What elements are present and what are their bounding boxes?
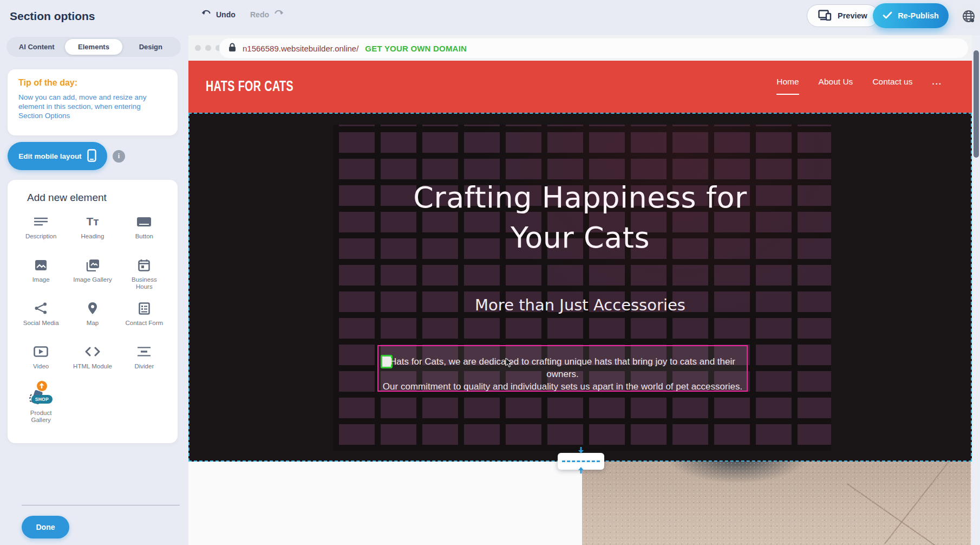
hero-paragraph: Hats for Cats, we are dedicated to craft…	[378, 355, 747, 393]
panel-divider	[22, 505, 180, 505]
element-divider[interactable]: Divider	[119, 338, 170, 381]
tip-body: Now you can add, move and resize any ele…	[18, 93, 167, 120]
description-icon	[34, 214, 48, 229]
redo-label: Redo	[250, 10, 269, 19]
element-description[interactable]: Description	[15, 208, 67, 251]
edit-mobile-label: Edit mobile layout	[18, 152, 81, 160]
element-product-gallery[interactable]: SHOP Product Gallery	[15, 381, 67, 425]
language-globe-button[interactable]	[956, 4, 980, 29]
tile-grout-line	[884, 462, 971, 544]
info-icon[interactable]: i	[113, 150, 125, 163]
scrollbar-thumb[interactable]	[974, 50, 979, 158]
next-section-blank	[188, 462, 582, 545]
smartphone-icon	[87, 149, 96, 164]
get-domain-link[interactable]: GET YOUR OWN DOMAIN	[365, 44, 467, 53]
hero-subheading[interactable]: More than Just Accessories	[190, 296, 971, 314]
redo-button[interactable]: Redo	[250, 9, 284, 20]
element-html-module[interactable]: HTML Module	[67, 338, 118, 381]
video-icon	[34, 344, 48, 359]
site-url: n1566589.websitebuilder.online/	[243, 44, 358, 53]
browser-chrome: n1566589.websitebuilder.online/ GET YOUR…	[188, 35, 972, 61]
arrow-down-icon	[577, 446, 585, 457]
republish-button[interactable]: Re-Publish	[873, 3, 949, 28]
element-contact-form[interactable]: Contact Form	[119, 295, 170, 338]
globe-icon	[962, 9, 976, 23]
upgrade-arrow-icon	[37, 381, 47, 391]
next-section-image	[582, 462, 971, 545]
divider-icon	[137, 344, 151, 359]
tip-of-the-day-card: Tip of the day: Now you can add, move an…	[8, 69, 178, 135]
image-icon	[35, 257, 47, 272]
paragraph-line2: Our commitment to quality and individual…	[378, 380, 747, 393]
site-nav: Home About Us Contact us ...	[776, 77, 942, 95]
undo-button[interactable]: Undo	[201, 9, 236, 20]
republish-label: Re-Publish	[898, 11, 939, 20]
edit-mobile-layout-button[interactable]: Edit mobile layout	[8, 142, 107, 170]
brick-pattern-background	[333, 125, 831, 451]
site-logo[interactable]: HATS FOR CATS	[206, 77, 293, 95]
paragraph-line1: Hats for Cats, we are dedicated to craft…	[378, 355, 747, 380]
business-hours-icon	[138, 257, 150, 272]
hero-section-selected[interactable]: Crafting Happiness for Your Cats More th…	[188, 113, 972, 462]
nav-item-home[interactable]: Home	[776, 77, 799, 95]
panel-tabs: AI Content Elements Design	[6, 37, 181, 57]
scrollbar-track[interactable]	[972, 35, 980, 545]
add-new-element-title: Add new element	[27, 192, 107, 204]
window-dots	[195, 45, 221, 51]
preview-label: Preview	[838, 11, 867, 20]
hero-heading[interactable]: Crafting Happiness for Your Cats	[190, 178, 971, 258]
social-media-icon	[35, 301, 47, 316]
nav-item-about[interactable]: About Us	[819, 77, 853, 94]
hero-heading-line1: Crafting Happiness for	[190, 178, 971, 218]
contact-form-icon	[139, 301, 150, 316]
nav-item-contact[interactable]: Contact us	[872, 77, 912, 94]
undo-label: Undo	[216, 10, 236, 19]
add-new-element-card: Add new element Description Tт Heading B…	[8, 180, 178, 443]
selected-text-element[interactable]: Hats for Cats, we are dedicated to craft…	[377, 345, 748, 392]
resize-dashed-line	[562, 460, 600, 462]
tab-ai-content[interactable]: AI Content	[8, 39, 65, 55]
devices-icon	[818, 10, 832, 22]
button-icon	[136, 214, 152, 229]
html-module-icon	[85, 344, 100, 359]
mouse-cursor	[505, 358, 513, 371]
done-button[interactable]: Done	[22, 516, 69, 538]
element-social-media[interactable]: Social Media	[15, 295, 67, 338]
product-gallery-icon: SHOP	[28, 387, 54, 406]
elements-grid: Description Tт Heading Button Image Imag…	[15, 208, 170, 425]
element-video[interactable]: Video	[15, 338, 67, 381]
element-button[interactable]: Button	[119, 208, 170, 251]
site-header: HATS FOR CATS Home About Us Contact us .…	[188, 61, 972, 113]
redo-icon	[273, 9, 284, 20]
image-gallery-icon	[86, 257, 100, 272]
preview-button[interactable]: Preview	[807, 4, 879, 27]
undo-icon	[201, 9, 212, 20]
tip-title: Tip of the day:	[18, 78, 167, 88]
tile-grout-line	[847, 483, 971, 545]
tab-design[interactable]: Design	[122, 39, 179, 55]
tab-elements[interactable]: Elements	[65, 39, 122, 55]
shop-badge: SHOP	[31, 395, 53, 404]
element-business-hours[interactable]: Business Hours	[119, 251, 170, 295]
element-map[interactable]: Map	[67, 295, 118, 338]
arrow-up-icon	[577, 466, 585, 477]
address-bar[interactable]: n1566589.websitebuilder.online/ GET YOUR…	[219, 38, 968, 58]
section-options-panel: Section options AI Content Elements Desi…	[0, 0, 188, 545]
lock-icon	[228, 43, 236, 54]
element-image-gallery[interactable]: Image Gallery	[67, 251, 118, 295]
heading-icon: Tт	[86, 214, 99, 229]
nav-more-button[interactable]: ...	[932, 77, 942, 86]
check-icon	[883, 11, 892, 21]
section-resize-handle[interactable]	[558, 453, 604, 470]
map-pin-icon	[88, 301, 97, 316]
element-image[interactable]: Image	[15, 251, 67, 295]
panel-title: Section options	[10, 10, 95, 23]
element-heading[interactable]: Tт Heading	[67, 208, 118, 251]
hero-heading-line2: Your Cats	[190, 218, 971, 258]
